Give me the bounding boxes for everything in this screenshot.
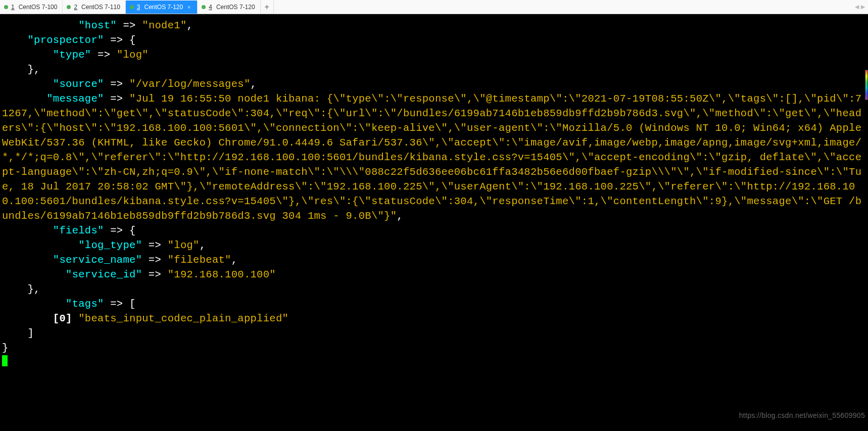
status-dot-icon xyxy=(130,5,134,9)
tab-4[interactable]: 4 CentOS 7-120 xyxy=(198,1,260,14)
key-tags: "tags" xyxy=(66,298,104,310)
tab-label: CentOS 7-120 xyxy=(144,4,183,11)
close-icon[interactable]: × xyxy=(186,4,192,10)
terminal-output[interactable]: "host" => "node1", "prospector" => { "ty… xyxy=(0,14,868,431)
color-indicator-icon xyxy=(865,70,868,100)
val-log-type: "log" xyxy=(168,240,200,251)
tab-label: CentOS 7-100 xyxy=(19,4,58,11)
tab-3[interactable]: 3 CentOS 7-120 × xyxy=(126,1,198,14)
val-message: "Jul 19 16:55:50 node1 kibana: {\"type\"… xyxy=(2,93,861,222)
nav-left-icon[interactable]: ◀ xyxy=(855,4,859,10)
val-host: "node1" xyxy=(142,20,186,31)
status-dot-icon xyxy=(202,5,206,9)
tab-number: 1 xyxy=(11,4,15,11)
tab-bar: 1 CentOS 7-100 2 CentOS 7-110 3 CentOS 7… xyxy=(0,0,868,14)
tab-label: CentOS 7-110 xyxy=(81,4,120,11)
tab-1[interactable]: 1 CentOS 7-100 xyxy=(0,1,63,14)
val-service-name: "filebeat" xyxy=(168,254,231,266)
key-prospector: "prospector" xyxy=(27,34,104,46)
key-source: "source" xyxy=(53,78,104,90)
tab-number: 4 xyxy=(209,4,212,11)
key-type: "type" xyxy=(53,49,91,61)
tab-number: 3 xyxy=(137,4,140,11)
val-tag0: "beats_input_codec_plain_applied" xyxy=(78,313,288,324)
status-dot-icon xyxy=(67,5,71,9)
key-message: "message" xyxy=(46,93,104,105)
tab-number: 2 xyxy=(74,4,77,11)
key-service-id: "service_id" xyxy=(66,269,142,280)
watermark: https://blog.csdn.net/weixin_55609905 xyxy=(739,408,865,423)
val-source: "/var/log/messages" xyxy=(129,78,250,90)
nav-arrows: ◀ ▶ xyxy=(855,4,865,10)
tab-2[interactable]: 2 CentOS 7-110 xyxy=(63,1,125,14)
cursor-icon xyxy=(2,355,8,366)
add-tab-button[interactable]: + xyxy=(261,1,274,14)
tab-label: CentOS 7-120 xyxy=(216,4,255,11)
val-type: "log" xyxy=(117,49,149,61)
status-dot-icon xyxy=(4,5,8,9)
key-service-name: "service_name" xyxy=(53,254,142,266)
key-fields: "fields" xyxy=(53,225,104,236)
val-service-id: "192.168.100.100" xyxy=(168,269,276,280)
array-index: [0] xyxy=(53,313,78,324)
key-host: "host" xyxy=(78,20,117,31)
nav-right-icon[interactable]: ▶ xyxy=(861,4,865,10)
key-log-type: "log_type" xyxy=(78,240,142,251)
